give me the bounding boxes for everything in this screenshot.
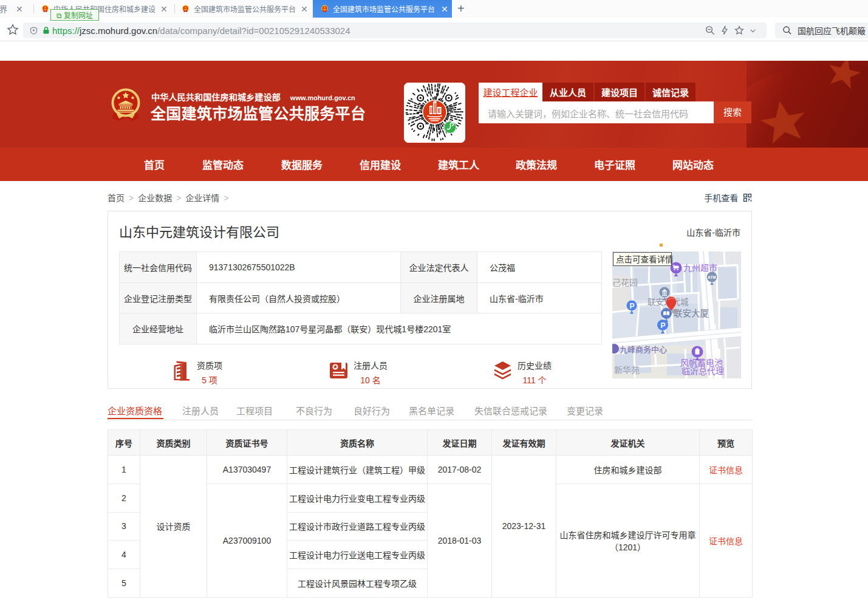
svg-text:临沂总代理: 临沂总代理 (682, 366, 724, 376)
svg-text:己花园: 己花园 (612, 278, 638, 287)
svg-text:联安大厦: 联安大厦 (674, 309, 709, 318)
svg-text:九州超市: 九州超市 (683, 263, 717, 273)
svg-text:P: P (661, 321, 666, 330)
svg-text:ATM: ATM (708, 275, 716, 279)
svg-text:新华苑: 新华苑 (614, 365, 640, 375)
svg-text:点击可查看详情: 点击可查看详情 (616, 255, 674, 264)
svg-text:九峰商务中心: 九峰商务中心 (620, 345, 667, 354)
svg-text:P: P (630, 302, 635, 310)
